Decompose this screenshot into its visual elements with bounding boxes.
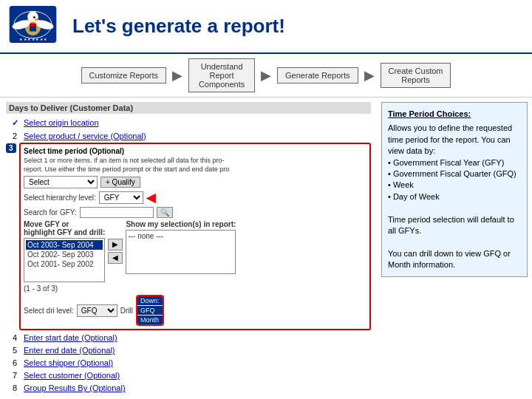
step-custom-reports[interactable]: Create CustomReports xyxy=(381,63,451,88)
move-left-btn[interactable]: ◀ xyxy=(108,252,123,264)
search-row: Search for GFY: 🔍 xyxy=(24,207,366,218)
step-understand-label: UnderstandReportComponents xyxy=(199,62,245,89)
svg-point-5 xyxy=(33,16,35,18)
info-body: Allows you to define the requested time … xyxy=(388,123,521,270)
step-1-link[interactable]: Select origin location xyxy=(24,118,99,127)
form-section-title: Days to Deliver (Customer Data) xyxy=(6,102,371,114)
hierarchy-row: Select hierarchy level: GFY GFQ Month ◀ xyxy=(24,191,366,205)
select-qualify-row: Select + Qualify xyxy=(24,176,366,188)
red-arrow: ◀ xyxy=(146,191,155,205)
hierarchy-label: Select hierarchy level: xyxy=(24,194,96,202)
step-7-num: 7 xyxy=(9,371,21,380)
list-item-3[interactable]: Oct 2001- Sep 2002 xyxy=(26,259,103,269)
move-right-btn[interactable]: ▶ xyxy=(108,239,123,250)
step-5-link[interactable]: Enter end date (Optional) xyxy=(24,346,115,355)
search-input[interactable] xyxy=(80,207,154,218)
search-label: Search for GFY: xyxy=(24,208,77,216)
step-1-check: ✓ xyxy=(9,118,21,128)
list-item-2[interactable]: Oct 2002- Sep 2003 xyxy=(26,250,103,259)
select-dropdown[interactable]: Select xyxy=(24,176,98,188)
steps-list: ✓ Select origin location 2 Select produc… xyxy=(6,117,371,393)
qualify-button[interactable]: + Qualify xyxy=(100,177,140,188)
step-item-6: 6 Select shipper (Optional) xyxy=(6,357,371,369)
svg-text:★ ★ ★ ★ ★ ★ ★: ★ ★ ★ ★ ★ ★ ★ xyxy=(19,37,47,41)
step-generate[interactable]: Generate Reports xyxy=(277,67,358,83)
step-item-8: 8 Group Results By (Optional) xyxy=(6,382,371,393)
logo-area: ★ ★ ★ ★ ★ ★ ★ xyxy=(9,6,61,47)
show-label: Show my selection(s) in report: xyxy=(126,220,236,228)
main-content: Days to Deliver (Customer Data) ✓ Select… xyxy=(0,98,532,393)
step-customize-label: Customize Reports xyxy=(89,71,159,80)
step-custom-label: Create CustomReports xyxy=(389,66,443,84)
move-buttons: ▶ ◀ xyxy=(108,220,123,282)
right-results-area: Show my selection(s) in report: --- none… xyxy=(126,220,236,282)
step-arrow-1: ▶ xyxy=(169,67,185,83)
dialog-desc: Select 1 or more items. If an item is no… xyxy=(24,157,366,174)
list-move-results: Move GFY orhighlight GFY and drill: Oct … xyxy=(24,220,366,282)
results-none: --- none --- xyxy=(128,232,233,240)
left-list-area: Move GFY orhighlight GFY and drill: Oct … xyxy=(24,220,105,282)
info-title: Time Period Choices: xyxy=(388,109,521,120)
step-3-num: 3 xyxy=(6,143,16,153)
list-item-1[interactable]: Oct 2003- Sep 2004 xyxy=(26,240,103,250)
steps-bar: Customize Reports ▶ UnderstandReportComp… xyxy=(0,54,532,98)
drill-select[interactable]: GFQ Month xyxy=(77,304,117,317)
results-box: --- none --- xyxy=(126,230,236,274)
usps-logo: ★ ★ ★ ★ ★ ★ ★ xyxy=(9,6,57,43)
drill-option-gfq[interactable]: GFQ xyxy=(137,305,163,315)
step-5-num: 5 xyxy=(9,346,21,355)
step-item-4: 4 Enter start date (Optional) xyxy=(6,332,371,344)
drill-options-box[interactable]: Down: GFQ Month xyxy=(136,295,164,326)
step-2-link[interactable]: Select product / service (Optional) xyxy=(24,132,146,140)
step-4-num: 4 xyxy=(9,333,21,342)
step-item-5: 5 Enter end date (Optional) xyxy=(6,344,371,356)
drill-option-month[interactable]: Month xyxy=(137,315,163,324)
form-panel: Days to Deliver (Customer Data) ✓ Select… xyxy=(0,98,377,393)
dialog-title: Select time period (Optional) xyxy=(24,147,366,155)
step-4-link[interactable]: Enter start date (Optional) xyxy=(24,333,117,342)
step-generate-label: Generate Reports xyxy=(285,71,349,80)
step-arrow-3: ▶ xyxy=(361,67,378,83)
svg-point-3 xyxy=(27,11,38,22)
step-arrow-2: ▶ xyxy=(258,67,274,83)
drill-row: Select dri level: GFQ Month Drill Down: … xyxy=(24,295,366,326)
step-understand[interactable]: UnderstandReportComponents xyxy=(188,58,255,92)
page-title: Let's generate a report! xyxy=(72,15,285,38)
count-text: (1 - 3 of 3) xyxy=(24,284,366,293)
info-box: Time Period Choices: Allows you to defin… xyxy=(381,102,528,277)
step-8-num: 8 xyxy=(9,383,21,392)
info-panel: Time Period Choices: Allows you to defin… xyxy=(377,98,532,393)
hierarchy-select[interactable]: GFY GFQ Month xyxy=(99,191,143,204)
step-2-num: 2 xyxy=(9,132,21,140)
move-label: Move GFY orhighlight GFY and drill: xyxy=(24,220,105,236)
step-7-link[interactable]: Select customer (Optional) xyxy=(24,371,120,380)
gfy-list[interactable]: Oct 2003- Sep 2004 Oct 2002- Sep 2003 Oc… xyxy=(24,238,105,282)
drill2-label: Drill xyxy=(120,307,133,315)
page-header: ★ ★ ★ ★ ★ ★ ★ Let's generate a report! xyxy=(0,0,532,54)
step-customize[interactable]: Customize Reports xyxy=(81,67,167,83)
step-6-num: 6 xyxy=(9,358,21,367)
step-item-1: ✓ Select origin location xyxy=(6,117,371,129)
step-3-dialog: Select time period (Optional) Select 1 o… xyxy=(19,143,371,330)
step-6-link[interactable]: Select shipper (Optional) xyxy=(24,358,113,367)
svg-rect-9 xyxy=(30,24,36,27)
step-item-2: 2 Select product / service (Optional) xyxy=(6,130,371,142)
step-item-7: 7 Select customer (Optional) xyxy=(6,369,371,381)
search-button[interactable]: 🔍 xyxy=(157,207,173,218)
step-8-link[interactable]: Group Results By (Optional) xyxy=(24,383,126,392)
drill-label: Select dri level: xyxy=(24,307,74,315)
drill-option-down[interactable]: Down: xyxy=(137,296,163,305)
